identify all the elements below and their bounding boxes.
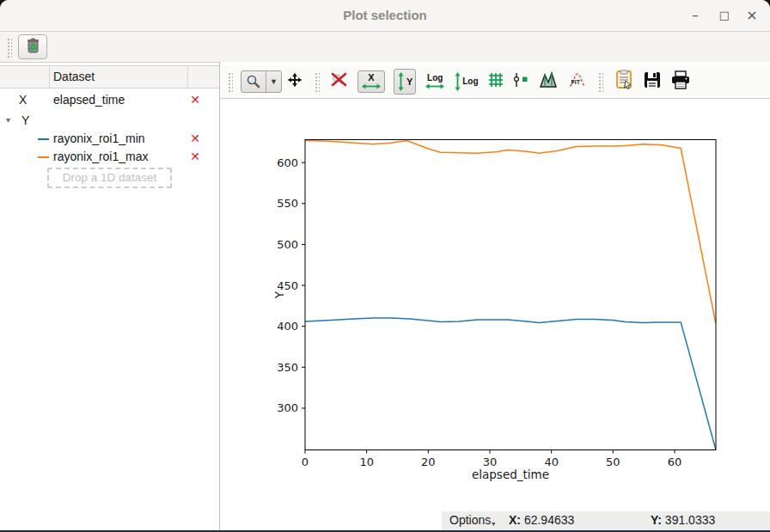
- x-autoscale-button[interactable]: X: [358, 70, 385, 93]
- fit-icon: FIT: [568, 71, 587, 92]
- x-tick-label: 60: [668, 456, 682, 468]
- x-tick-label: 0: [302, 456, 309, 468]
- drop-1d-dataset-zone[interactable]: Drop a 1D dataset: [47, 168, 172, 188]
- dataset-panel: Dataset X elapsed_time ✕ ▾ Y rayonix_roi…: [0, 63, 220, 532]
- copy-button[interactable]: [614, 70, 634, 94]
- curve-color-swatch: [38, 156, 49, 158]
- recycle-trash-icon: [25, 37, 41, 58]
- y-tick-label: 450: [277, 279, 298, 292]
- y-tick-label: 350: [277, 361, 298, 374]
- plot-toolbar: ▼: [221, 65, 770, 99]
- x-axis-title: elapsed_time: [472, 468, 549, 481]
- close-button[interactable]: ×: [739, 0, 765, 31]
- zoom-back-button[interactable]: [330, 71, 349, 92]
- y-autoscale-button[interactable]: Y: [394, 69, 416, 95]
- x-tick-label: 20: [421, 456, 436, 468]
- titlebar: Plot selection – □ ×: [0, 0, 770, 32]
- curve-style-button[interactable]: [513, 71, 530, 92]
- zoom-dropdown-arrow-icon[interactable]: ▼: [266, 71, 281, 92]
- plot-axes-box: [305, 140, 716, 450]
- remove-x-dataset-icon[interactable]: ✕: [190, 89, 200, 111]
- options-menu-button[interactable]: Options▾: [449, 513, 495, 528]
- dataset-table-header: Dataset: [0, 65, 219, 89]
- toolbar-drag-handle[interactable]: [6, 37, 12, 58]
- toolbar-separator-handle[interactable]: [314, 71, 320, 92]
- x-tick-label: 50: [606, 456, 620, 468]
- grid-button[interactable]: [487, 71, 504, 92]
- clear-all-button[interactable]: [18, 34, 47, 59]
- column-divider: [49, 66, 50, 88]
- zoom-back-icon: [330, 71, 349, 92]
- x-log-icon: Log: [425, 74, 445, 90]
- x-autoscale-icon: X: [361, 73, 382, 90]
- y-readout-value: 391.0333: [665, 513, 715, 527]
- print-button[interactable]: [670, 70, 691, 93]
- y-log-icon: Log: [454, 71, 478, 92]
- pan-button[interactable]: [286, 71, 303, 92]
- y-dataset-name-min: rayonix_roi1_min: [53, 130, 145, 148]
- y-tick-label: 500: [277, 238, 298, 251]
- y-tick-label: 300: [277, 401, 298, 414]
- y-dataset-row-max[interactable]: rayonix_roi1_max ✕: [0, 148, 219, 166]
- dataset-column-header: Dataset: [53, 66, 95, 88]
- zoom-icon: [241, 71, 266, 92]
- x-dataset-row[interactable]: X elapsed_time ✕: [0, 89, 219, 111]
- y-axis-title: Y: [272, 290, 286, 299]
- plot-selection-window: Plot selection – □ × Datas: [0, 0, 770, 532]
- toolbar-separator-handle[interactable]: [597, 71, 603, 92]
- chevron-down-icon: ▾: [491, 520, 495, 528]
- zoom-mode-button[interactable]: ▼: [241, 70, 282, 93]
- x-readout-label: X:: [509, 513, 521, 527]
- fit-button[interactable]: FIT: [568, 71, 587, 92]
- y-log-button[interactable]: Log: [454, 71, 478, 92]
- status-bar: Options▾ X: 62.94633 Y: 391.0333: [442, 511, 770, 530]
- remove-y-min-icon[interactable]: ✕: [190, 130, 200, 148]
- cursor-x-readout: X: 62.94633: [509, 513, 574, 527]
- y-dataset-name-max: rayonix_roi1_max: [53, 148, 149, 166]
- chevron-down-icon[interactable]: ▾: [6, 111, 10, 130]
- y-group-label: Y: [21, 111, 29, 130]
- y-group-row[interactable]: ▾ Y: [0, 111, 219, 130]
- save-button[interactable]: [643, 70, 662, 93]
- column-divider: [187, 66, 188, 88]
- points-style-icon: [513, 71, 530, 92]
- main-toolbar: [0, 32, 770, 63]
- save-icon: [643, 70, 662, 93]
- minimize-button[interactable]: –: [682, 0, 708, 31]
- pan-icon: [286, 71, 303, 92]
- curve-color-swatch: [38, 138, 49, 140]
- histogram-icon: [539, 71, 559, 92]
- grid-icon: [487, 71, 504, 92]
- y-tick-label: 600: [277, 156, 298, 169]
- window-title: Plot selection: [0, 0, 770, 31]
- x-tick-label: 30: [483, 456, 498, 468]
- x-readout-value: 62.94633: [524, 513, 574, 527]
- copy-icon: [614, 70, 634, 94]
- y-dataset-row-min[interactable]: rayonix_roi1_min ✕: [0, 130, 219, 148]
- y-autoscale-icon: Y: [397, 71, 412, 92]
- plot-curve-rayonix_roi1_min: [305, 318, 716, 449]
- y-readout-label: Y:: [651, 513, 662, 527]
- x-axis-role-label: X: [19, 89, 27, 111]
- plot-toolbar-drag-handle[interactable]: [227, 71, 233, 92]
- maximize-button[interactable]: □: [712, 0, 737, 31]
- plot-area: ▼: [221, 62, 770, 532]
- x-tick-label: 40: [544, 456, 559, 468]
- cursor-y-readout: Y: 391.0333: [651, 513, 715, 527]
- x-log-button[interactable]: Log: [425, 74, 445, 90]
- plot-canvas[interactable]: 0102030405060300350400450500550600elapse…: [258, 112, 748, 497]
- y-tick-label: 550: [277, 197, 298, 210]
- histogram-button[interactable]: [539, 71, 559, 92]
- remove-y-max-icon[interactable]: ✕: [190, 148, 200, 166]
- y-tick-label: 400: [277, 320, 298, 333]
- plot-curve-rayonix_roi1_max: [305, 141, 716, 324]
- print-icon: [670, 70, 691, 93]
- x-dataset-name: elapsed_time: [53, 89, 125, 111]
- x-tick-label: 10: [359, 456, 374, 468]
